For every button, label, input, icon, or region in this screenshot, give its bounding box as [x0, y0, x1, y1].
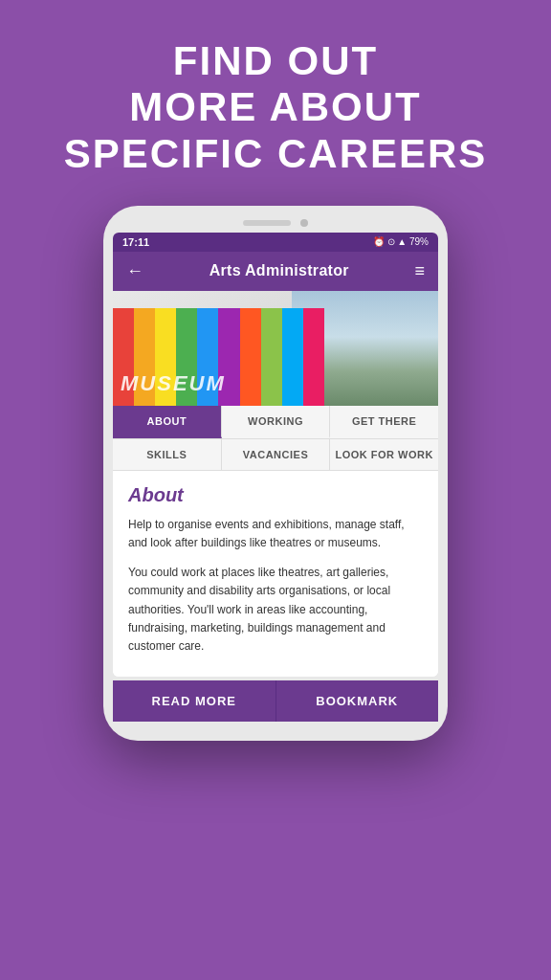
app-title: Arts Administrator	[209, 262, 349, 279]
menu-button[interactable]: ≡	[414, 261, 425, 281]
tabs-row-1: ABOUT WORKING GET THERE	[113, 406, 438, 439]
tab-look-for-work[interactable]: LOOK FOR WORK	[330, 439, 438, 470]
phone-screen: 17:11 ⏰ ⊙ ▲ 79% ← Arts Administrator ≡	[113, 233, 438, 677]
tab-vacancies[interactable]: VACANCIES	[222, 439, 331, 470]
color-block-10	[303, 308, 324, 406]
content-paragraph-2: You could work at places like theatres, …	[128, 564, 423, 656]
color-block-7	[240, 308, 261, 406]
tab-skills[interactable]: SKILLS	[113, 439, 222, 470]
hero-image: MUSEUM	[113, 291, 438, 406]
page-background: FIND OUT MORE ABOUT SPECIFIC CAREERS 17:…	[0, 0, 551, 980]
content-paragraph-1: Help to organise events and exhibitions,…	[128, 516, 423, 552]
bookmark-button[interactable]: BOOKMARK	[276, 680, 439, 722]
color-block-8	[261, 308, 282, 406]
museum-text: MUSEUM	[121, 371, 226, 396]
page-title: FIND OUT MORE ABOUT SPECIFIC CAREERS	[35, 0, 517, 206]
phone-mockup: 17:11 ⏰ ⊙ ▲ 79% ← Arts Administrator ≡	[103, 206, 448, 741]
phone-camera	[300, 219, 308, 227]
phone-speaker	[243, 220, 291, 226]
read-more-button[interactable]: READ MORE	[113, 680, 276, 722]
tab-working[interactable]: WORKING	[222, 406, 331, 438]
tabs-row-2: SKILLS VACANCIES LOOK FOR WORK	[113, 439, 438, 471]
content-heading: About	[128, 484, 423, 506]
back-button[interactable]: ←	[126, 261, 143, 281]
app-header: ← Arts Administrator ≡	[113, 252, 438, 291]
tab-get-there[interactable]: GET THERE	[330, 406, 438, 438]
phone-top-bar	[113, 219, 438, 227]
bottom-action-bar: READ MORE BOOKMARK	[113, 680, 438, 722]
tab-about[interactable]: ABOUT	[113, 406, 222, 438]
color-block-9	[282, 308, 303, 406]
status-time: 17:11	[122, 236, 149, 248]
status-bar: 17:11 ⏰ ⊙ ▲ 79%	[113, 233, 438, 252]
status-icons: ⏰ ⊙ ▲ 79%	[373, 236, 429, 247]
content-area: About Help to organise events and exhibi…	[113, 471, 438, 677]
